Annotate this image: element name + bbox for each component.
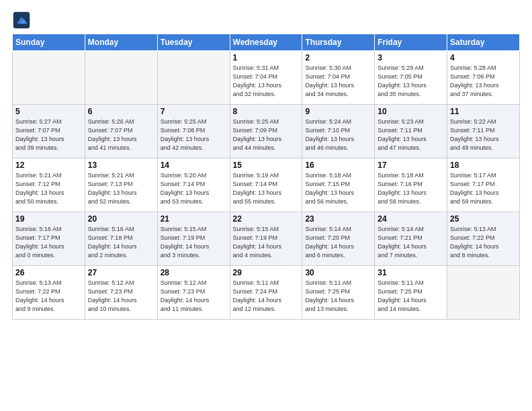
day-info: Sunrise: 5:14 AM Sunset: 7:20 PM Dayligh…	[305, 225, 371, 260]
day-number: 14	[161, 161, 227, 170]
day-number: 29	[233, 268, 300, 277]
day-number: 28	[161, 268, 227, 277]
calendar-cell: 16Sunrise: 5:18 AM Sunset: 7:15 PM Dayli…	[302, 158, 375, 212]
header	[12, 11, 520, 30]
day-number: 6	[88, 107, 154, 116]
day-number: 1	[233, 53, 300, 62]
calendar-cell: 24Sunrise: 5:14 AM Sunset: 7:21 PM Dayli…	[375, 212, 447, 266]
day-info: Sunrise: 5:21 AM Sunset: 7:12 PM Dayligh…	[15, 171, 82, 206]
day-info: Sunrise: 5:16 AM Sunset: 7:18 PM Dayligh…	[88, 225, 154, 260]
day-info: Sunrise: 5:24 AM Sunset: 7:10 PM Dayligh…	[305, 118, 371, 152]
day-number: 25	[450, 214, 517, 224]
logo-icon	[12, 11, 31, 30]
day-info: Sunrise: 5:18 AM Sunset: 7:15 PM Dayligh…	[305, 171, 371, 206]
calendar-cell: 30Sunrise: 5:11 AM Sunset: 7:25 PM Dayli…	[302, 266, 375, 320]
day-number: 20	[88, 214, 154, 224]
day-number: 9	[305, 107, 371, 116]
calendar-cell: 10Sunrise: 5:23 AM Sunset: 7:11 PM Dayli…	[375, 105, 447, 158]
calendar-cell: 29Sunrise: 5:11 AM Sunset: 7:24 PM Dayli…	[230, 266, 302, 320]
week-row-2: 5Sunrise: 5:27 AM Sunset: 7:07 PM Daylig…	[13, 105, 520, 158]
calendar-cell: 18Sunrise: 5:17 AM Sunset: 7:17 PM Dayli…	[447, 158, 520, 212]
day-number: 4	[450, 53, 517, 62]
calendar-cell: 31Sunrise: 5:11 AM Sunset: 7:25 PM Dayli…	[375, 266, 447, 320]
day-number: 26	[15, 268, 82, 277]
calendar-cell: 20Sunrise: 5:16 AM Sunset: 7:18 PM Dayli…	[85, 212, 157, 266]
day-number: 21	[161, 214, 227, 224]
calendar-cell: 28Sunrise: 5:12 AM Sunset: 7:23 PM Dayli…	[157, 266, 230, 320]
calendar-table: SundayMondayTuesdayWednesdayThursdayFrid…	[12, 34, 520, 320]
day-number: 30	[305, 268, 371, 277]
week-row-3: 12Sunrise: 5:21 AM Sunset: 7:12 PM Dayli…	[13, 158, 520, 212]
day-info: Sunrise: 5:16 AM Sunset: 7:17 PM Dayligh…	[15, 225, 82, 260]
header-cell-wednesday: Wednesday	[230, 34, 302, 51]
day-number: 27	[88, 268, 154, 277]
day-number: 22	[233, 214, 300, 224]
day-info: Sunrise: 5:12 AM Sunset: 7:23 PM Dayligh…	[161, 279, 227, 314]
calendar-cell: 14Sunrise: 5:20 AM Sunset: 7:14 PM Dayli…	[157, 158, 230, 212]
calendar-cell: 7Sunrise: 5:25 AM Sunset: 7:08 PM Daylig…	[157, 105, 230, 158]
week-row-1: 1Sunrise: 5:31 AM Sunset: 7:04 PM Daylig…	[13, 51, 520, 105]
day-info: Sunrise: 5:14 AM Sunset: 7:21 PM Dayligh…	[378, 225, 444, 260]
day-info: Sunrise: 5:25 AM Sunset: 7:09 PM Dayligh…	[233, 118, 300, 152]
calendar-cell	[85, 51, 157, 105]
day-info: Sunrise: 5:23 AM Sunset: 7:11 PM Dayligh…	[378, 118, 444, 152]
header-cell-monday: Monday	[85, 34, 157, 51]
calendar-cell: 25Sunrise: 5:13 AM Sunset: 7:22 PM Dayli…	[447, 212, 520, 266]
day-number: 24	[378, 214, 444, 224]
calendar-cell: 11Sunrise: 5:22 AM Sunset: 7:11 PM Dayli…	[447, 105, 520, 158]
calendar-cell	[447, 266, 520, 320]
day-number: 13	[88, 161, 154, 170]
calendar-cell: 21Sunrise: 5:15 AM Sunset: 7:19 PM Dayli…	[157, 212, 230, 266]
calendar-cell: 19Sunrise: 5:16 AM Sunset: 7:17 PM Dayli…	[13, 212, 85, 266]
day-number: 7	[161, 107, 227, 116]
day-number: 18	[450, 161, 517, 170]
calendar-cell: 8Sunrise: 5:25 AM Sunset: 7:09 PM Daylig…	[230, 105, 302, 158]
day-number: 3	[378, 53, 444, 62]
calendar-cell: 3Sunrise: 5:29 AM Sunset: 7:05 PM Daylig…	[375, 51, 447, 105]
day-info: Sunrise: 5:30 AM Sunset: 7:04 PM Dayligh…	[305, 64, 371, 99]
day-info: Sunrise: 5:17 AM Sunset: 7:17 PM Dayligh…	[450, 171, 517, 206]
calendar-cell: 26Sunrise: 5:13 AM Sunset: 7:22 PM Dayli…	[13, 266, 85, 320]
day-number: 5	[15, 107, 82, 116]
day-number: 15	[233, 161, 300, 170]
calendar-cell: 1Sunrise: 5:31 AM Sunset: 7:04 PM Daylig…	[230, 51, 302, 105]
day-info: Sunrise: 5:28 AM Sunset: 7:06 PM Dayligh…	[450, 64, 517, 99]
day-number: 31	[378, 268, 444, 277]
day-info: Sunrise: 5:11 AM Sunset: 7:24 PM Dayligh…	[233, 279, 300, 314]
day-info: Sunrise: 5:31 AM Sunset: 7:04 PM Dayligh…	[233, 64, 300, 99]
day-number: 8	[233, 107, 300, 116]
day-info: Sunrise: 5:11 AM Sunset: 7:25 PM Dayligh…	[305, 279, 371, 314]
day-number: 12	[15, 161, 82, 170]
header-cell-thursday: Thursday	[302, 34, 375, 51]
day-number: 10	[378, 107, 444, 116]
day-info: Sunrise: 5:15 AM Sunset: 7:19 PM Dayligh…	[233, 225, 300, 260]
day-info: Sunrise: 5:22 AM Sunset: 7:11 PM Dayligh…	[450, 118, 517, 152]
calendar-cell: 5Sunrise: 5:27 AM Sunset: 7:07 PM Daylig…	[13, 105, 85, 158]
day-info: Sunrise: 5:11 AM Sunset: 7:25 PM Dayligh…	[378, 279, 444, 314]
calendar-cell	[157, 51, 230, 105]
calendar-cell: 2Sunrise: 5:30 AM Sunset: 7:04 PM Daylig…	[302, 51, 375, 105]
day-info: Sunrise: 5:26 AM Sunset: 7:07 PM Dayligh…	[88, 118, 154, 152]
header-cell-tuesday: Tuesday	[157, 34, 230, 51]
day-info: Sunrise: 5:13 AM Sunset: 7:22 PM Dayligh…	[450, 225, 517, 260]
calendar-cell	[13, 51, 85, 105]
header-cell-sunday: Sunday	[13, 34, 85, 51]
header-cell-saturday: Saturday	[447, 34, 520, 51]
day-info: Sunrise: 5:19 AM Sunset: 7:14 PM Dayligh…	[233, 171, 300, 206]
day-info: Sunrise: 5:20 AM Sunset: 7:14 PM Dayligh…	[161, 171, 227, 206]
calendar-cell: 4Sunrise: 5:28 AM Sunset: 7:06 PM Daylig…	[447, 51, 520, 105]
day-info: Sunrise: 5:27 AM Sunset: 7:07 PM Dayligh…	[15, 118, 82, 152]
day-info: Sunrise: 5:13 AM Sunset: 7:22 PM Dayligh…	[15, 279, 82, 314]
calendar-cell: 27Sunrise: 5:12 AM Sunset: 7:23 PM Dayli…	[85, 266, 157, 320]
calendar-cell: 22Sunrise: 5:15 AM Sunset: 7:19 PM Dayli…	[230, 212, 302, 266]
page: SundayMondayTuesdayWednesdayThursdayFrid…	[0, 0, 532, 326]
day-number: 11	[450, 107, 517, 116]
day-number: 19	[15, 214, 82, 224]
calendar-cell: 23Sunrise: 5:14 AM Sunset: 7:20 PM Dayli…	[302, 212, 375, 266]
calendar-cell: 15Sunrise: 5:19 AM Sunset: 7:14 PM Dayli…	[230, 158, 302, 212]
calendar-cell: 17Sunrise: 5:18 AM Sunset: 7:16 PM Dayli…	[375, 158, 447, 212]
calendar-cell: 13Sunrise: 5:21 AM Sunset: 7:13 PM Dayli…	[85, 158, 157, 212]
day-number: 17	[378, 161, 444, 170]
day-number: 2	[305, 53, 371, 62]
calendar-cell: 6Sunrise: 5:26 AM Sunset: 7:07 PM Daylig…	[85, 105, 157, 158]
